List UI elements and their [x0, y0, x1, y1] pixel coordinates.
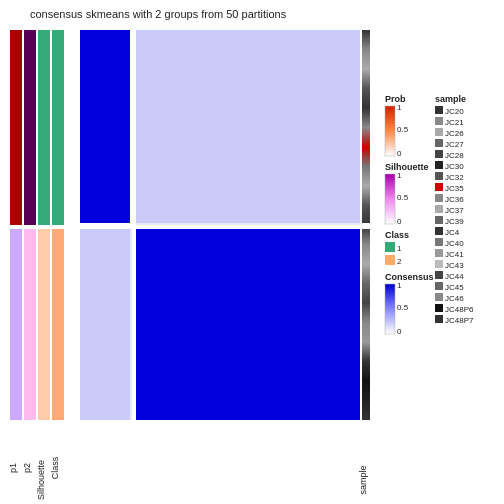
sample-label-JC48P7: JC48P7	[445, 316, 474, 325]
label-class: Class	[50, 456, 60, 479]
legend-sample-title: sample	[435, 94, 466, 104]
sample-swatch-JC28	[435, 150, 443, 158]
silhouette-bar-bottom	[38, 229, 50, 420]
sample-swatch-JC37	[435, 205, 443, 213]
quad-br	[136, 229, 360, 420]
sample-swatch-JC46	[435, 293, 443, 301]
sample-label-JC30: JC30	[445, 162, 464, 171]
class-bar-top	[52, 30, 64, 225]
sample-label-JC44: JC44	[445, 272, 464, 281]
p2-bar-top	[24, 30, 36, 225]
sample-swatch-JC44	[435, 271, 443, 279]
sample-label-JC37: JC37	[445, 206, 464, 215]
silhouette-min-label: 0	[397, 217, 402, 226]
sample-swatch-JC39	[435, 216, 443, 224]
consensus-mid-label: 0.5	[397, 303, 409, 312]
legend-consensus-title: Consensus	[385, 272, 434, 282]
sample-swatch-JC48P6	[435, 304, 443, 312]
sample-bar-divider	[362, 223, 370, 229]
sample-label-JC39: JC39	[445, 217, 464, 226]
sample-label-JC20: JC20	[445, 107, 464, 116]
sample-label-JC4: JC4	[445, 228, 460, 237]
class-2-swatch	[385, 255, 395, 265]
sample-label-JC26: JC26	[445, 129, 464, 138]
legend-silhouette-title: Silhouette	[385, 162, 429, 172]
sample-swatch-JC43	[435, 260, 443, 268]
sample-swatch-JC40	[435, 238, 443, 246]
class-bar-bottom	[52, 229, 64, 420]
sample-label-JC21: JC21	[445, 118, 464, 127]
label-silhouette: Silhouette	[36, 460, 46, 500]
sample-label-JC46: JC46	[445, 294, 464, 303]
sample-label-JC28: JC28	[445, 151, 464, 160]
consensus-max-label: 1	[397, 281, 402, 290]
sample-swatch-JC20	[435, 106, 443, 114]
sample-label-JC35: JC35	[445, 184, 464, 193]
silhouette-gradient-bar	[385, 174, 395, 224]
quad-tl	[80, 30, 132, 225]
sidebar-gap	[64, 30, 80, 420]
silhouette-max-label: 1	[397, 171, 402, 180]
sample-swatch-JC4	[435, 227, 443, 235]
sample-label-JC43: JC43	[445, 261, 464, 270]
p1-bar-bottom	[10, 229, 22, 420]
sample-swatch-JC27	[435, 139, 443, 147]
legend-prob-title: Prob	[385, 94, 406, 104]
class-1-label: 1	[397, 244, 402, 253]
prob-gradient-bar	[385, 106, 395, 156]
sample-swatch-JC26	[435, 128, 443, 136]
sample-label-JC36: JC36	[445, 195, 464, 204]
sample-swatch-JC30	[435, 161, 443, 169]
quad-tr-tint	[136, 30, 360, 225]
sample-swatch-JC32	[435, 172, 443, 180]
quad-bl-tint	[80, 229, 132, 420]
class-2-label: 2	[397, 257, 402, 266]
sample-label-JC41: JC41	[445, 250, 464, 259]
chart-container: consensus skmeans with 2 groups from 50 …	[0, 0, 504, 504]
consensus-gradient-bar	[385, 284, 395, 334]
sample-label-JC48P6: JC48P6	[445, 305, 474, 314]
sample-label-JC32: JC32	[445, 173, 464, 182]
sample-swatch-JC21	[435, 117, 443, 125]
sample-swatch-JC41	[435, 249, 443, 257]
sample-label-JC27: JC27	[445, 140, 464, 149]
p1-bar-top	[10, 30, 22, 225]
label-p1: p1	[8, 463, 18, 473]
prob-min-label: 0	[397, 149, 402, 158]
label-sample-bottom: sample	[358, 465, 368, 494]
heatmap-svg: p1 p2 Silhouette Class sample Prob 1 0.5…	[0, 0, 504, 504]
legend-class-title: Class	[385, 230, 409, 240]
sample-swatch-JC45	[435, 282, 443, 290]
prob-max-label: 1	[397, 103, 402, 112]
consensus-min-label: 0	[397, 327, 402, 336]
prob-mid-label: 0.5	[397, 125, 409, 134]
silhouette-mid-label: 0.5	[397, 193, 409, 202]
sample-label-JC45: JC45	[445, 283, 464, 292]
silhouette-bar-top	[38, 30, 50, 225]
sample-swatch-JC36	[435, 194, 443, 202]
label-p2: p2	[22, 463, 32, 473]
sample-swatch-JC35	[435, 183, 443, 191]
sample-swatch-JC48P7	[435, 315, 443, 323]
p2-bar-bottom	[24, 229, 36, 420]
class-1-swatch	[385, 242, 395, 252]
sample-label-JC40: JC40	[445, 239, 464, 248]
